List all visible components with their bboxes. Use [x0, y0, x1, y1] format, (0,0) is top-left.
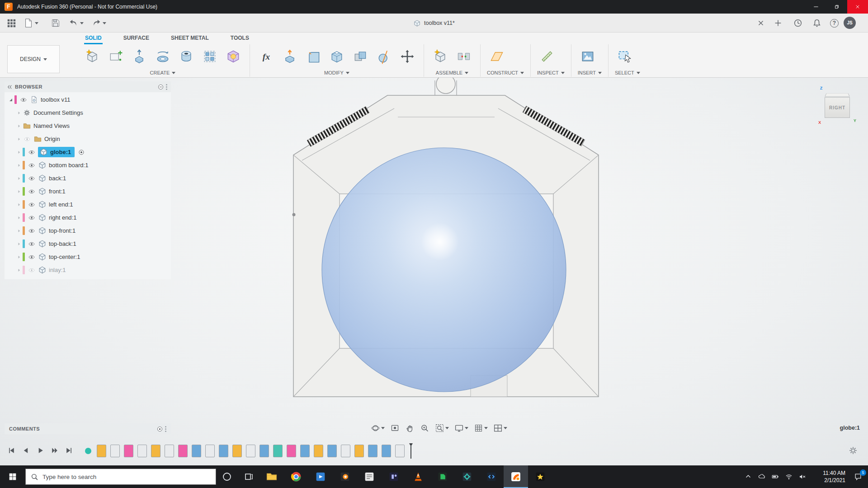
taskbar-app-code[interactable] [479, 465, 504, 488]
3d-viewport[interactable]: RIGHT Z Y X BROWSER toolbox v11Document … [0, 78, 868, 465]
undo-button[interactable] [69, 17, 84, 29]
tool-combine-button[interactable] [350, 47, 370, 66]
visibility-eye-icon[interactable] [27, 188, 36, 195]
notifications-bell-icon[interactable] [812, 17, 822, 29]
browser-item-top-back-1[interactable]: top-back:1 [5, 237, 171, 250]
taskbar-app-dark-blue[interactable] [382, 465, 406, 488]
display-settings-button[interactable] [453, 422, 470, 434]
tree-expand-icon[interactable] [15, 254, 23, 260]
browser-item-bottom-board-1[interactable]: bottom board:1 [5, 159, 171, 172]
group-label-insert[interactable]: INSERT [578, 69, 602, 77]
fit-button[interactable] [433, 422, 451, 434]
tool-split-body-button[interactable] [374, 47, 394, 66]
tool-new-component-button[interactable] [430, 47, 450, 66]
tool-new-component-button[interactable] [82, 47, 102, 66]
group-label-assemble[interactable]: ASSEMBLE [430, 69, 474, 77]
browser-item-back-1[interactable]: back:1 [5, 172, 171, 185]
toolbox-handle[interactable] [436, 78, 455, 94]
browser-item-right-end-1[interactable]: right end:1 [5, 211, 171, 224]
browser-item-inlay-1[interactable]: inlay:1 [5, 263, 171, 277]
visibility-eye-icon[interactable] [27, 175, 36, 182]
task-view-button[interactable] [238, 465, 259, 488]
tool-form-button[interactable] [223, 47, 243, 66]
timeline-feature-1[interactable] [97, 445, 106, 457]
timeline-feature-18[interactable] [327, 445, 337, 457]
zoom-button[interactable] [418, 422, 431, 434]
tool-plane-button[interactable] [487, 47, 507, 66]
visibility-eye-icon[interactable] [27, 240, 36, 248]
tree-expand-icon[interactable] [15, 163, 23, 168]
taskbar-app-teal-gear[interactable] [455, 465, 479, 488]
timeline-feature-16[interactable] [300, 445, 310, 457]
tab-surface[interactable]: SURFACE [123, 33, 150, 44]
group-label-modify[interactable]: MODIFY [256, 69, 417, 77]
group-label-create[interactable]: CREATE [82, 69, 243, 77]
timeline-feature-23[interactable] [395, 445, 405, 457]
tree-expand-icon[interactable] [15, 150, 23, 155]
user-avatar[interactable]: JS [844, 17, 856, 29]
tree-expand-icon[interactable] [15, 228, 23, 234]
tool-select-button[interactable] [615, 47, 635, 66]
visibility-eye-icon[interactable] [27, 162, 36, 169]
tool-hole-button[interactable] [176, 47, 196, 66]
tree-expand-icon[interactable] [15, 123, 23, 129]
comments-drag-handle[interactable] [163, 426, 168, 432]
timeline-feature-9[interactable] [205, 445, 215, 457]
minimize-button[interactable] [806, 0, 826, 14]
timeline-feature-4[interactable] [137, 445, 147, 457]
close-button[interactable] [847, 0, 868, 14]
timeline-feature-6[interactable] [165, 445, 174, 457]
taskbar-app-dark-orange[interactable] [333, 465, 357, 488]
visibility-eye-icon[interactable] [19, 96, 28, 103]
minimize-panel-icon[interactable] [157, 84, 164, 90]
browser-item-toolbox-v11[interactable]: toolbox v11 [5, 93, 171, 106]
taskbar-chrome[interactable] [284, 465, 308, 488]
tool-insert-canvas-button[interactable] [578, 47, 598, 66]
volume-muted-icon[interactable] [796, 465, 809, 488]
taskbar-app-green[interactable] [430, 465, 455, 488]
grid-display-button[interactable] [472, 422, 490, 434]
redo-button[interactable] [91, 17, 106, 29]
timeline-feature-21[interactable] [368, 445, 377, 457]
timeline-feature-8[interactable] [192, 445, 201, 457]
tree-expand-icon[interactable] [15, 136, 23, 142]
tool-measure-button[interactable] [537, 47, 557, 66]
taskbar-fusion-360[interactable] [504, 465, 528, 488]
tree-expand-icon[interactable] [15, 267, 23, 273]
close-document-tab-button[interactable] [756, 17, 766, 29]
browser-item-top-center-1[interactable]: top-center:1 [5, 250, 171, 263]
pan-button[interactable] [403, 422, 416, 434]
browser-item-top-front-1[interactable]: top-front:1 [5, 224, 171, 237]
comments-panel[interactable]: COMMENTS [5, 423, 171, 434]
job-status-clock-icon[interactable] [793, 17, 803, 29]
timeline-feature-10[interactable] [219, 445, 228, 457]
browser-item-document-settings[interactable]: Document Settings [5, 106, 171, 119]
start-button[interactable] [0, 465, 25, 488]
timeline-playhead[interactable] [409, 443, 413, 459]
sketch-point[interactable] [292, 213, 296, 216]
timeline-feature-20[interactable] [354, 445, 364, 457]
save-button[interactable] [51, 17, 61, 29]
timeline-feature-11[interactable] [232, 445, 242, 457]
timeline-feature-2[interactable] [110, 445, 120, 457]
timeline-feature-15[interactable] [287, 445, 296, 457]
group-label-construct[interactable]: CONSTRUCT [487, 69, 524, 77]
data-panel-toggle-button[interactable] [6, 17, 16, 29]
job-status-gear-icon[interactable] [848, 446, 858, 455]
tree-expand-icon[interactable] [15, 176, 23, 181]
timeline-feature-5[interactable] [151, 445, 160, 457]
tool-fillet-button[interactable] [303, 47, 323, 66]
action-center-button[interactable]: 5 [848, 465, 868, 488]
browser-item-front-1[interactable]: front:1 [5, 185, 171, 198]
tree-expand-icon[interactable] [15, 241, 23, 247]
taskbar-app-star[interactable] [528, 465, 552, 488]
cortana-button[interactable] [216, 465, 238, 488]
viewcube[interactable]: RIGHT Z Y X [822, 89, 854, 126]
viewcube-top-face[interactable] [825, 94, 849, 97]
visibility-eye-icon[interactable] [27, 149, 36, 156]
tab-sheet-metal[interactable]: SHEET METAL [170, 33, 210, 44]
tool-parameters-button[interactable]: fx [256, 47, 276, 66]
tool-create-sketch-button[interactable] [106, 47, 126, 66]
network-icon[interactable] [782, 465, 796, 488]
collapse-panel-icon[interactable] [6, 84, 13, 90]
